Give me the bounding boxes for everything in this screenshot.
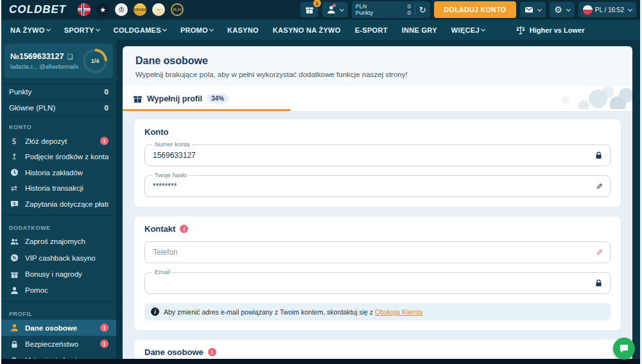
nav-inne-gry[interactable]: INNE GRY (402, 26, 437, 34)
payment-chat-icon: $ (9, 200, 19, 208)
profile-progress-ring: 1/4 (83, 49, 107, 73)
alert-badge: ! (100, 137, 108, 145)
account-menu-button[interactable] (322, 2, 348, 17)
page-subtitle: Wypełnij brakujące pola, aby w pełni wyk… (135, 71, 620, 78)
sidebar-item-podjecie-srodkow[interactable]: ↥ Podjęcie środków z konta (1, 149, 116, 164)
chevron-down-icon (162, 27, 167, 31)
gift-icon (133, 94, 143, 103)
sidebar-item-bezpieczenstwo[interactable]: Bezpieczeństwo ! (1, 336, 116, 352)
page-title: Dane osobowe (135, 55, 620, 67)
email-input[interactable] (145, 273, 594, 293)
locale-time-label: PL / 16:52 (595, 6, 624, 13)
balance-row-glowne: Główne (PLN)0 (1, 100, 116, 116)
percent-icon: % (9, 254, 19, 262)
alert-badge: ! (208, 348, 216, 356)
refresh-balance-icon[interactable]: ↻ (419, 6, 426, 14)
main-panel: Dane osobowe Wypełnij brakujące pola, ab… (123, 46, 632, 359)
sidebar-item-historia-zakladow[interactable]: Historia zakładów (1, 164, 116, 180)
kontakt-card: Kontakt ! ✎ Email i Aby zmienić adres e-… (134, 216, 621, 331)
phone-input[interactable] (145, 242, 596, 263)
balance-widget[interactable]: PLN0 Punkty0 ↻ (352, 1, 430, 18)
people-icon (9, 238, 19, 246)
duck-game-icon[interactable]: ~ (152, 3, 165, 16)
nav-wiecej[interactable]: WIĘCEJ (451, 26, 485, 34)
top-header: COLDBET ★ ♔ CRASH ~ PLAY 1 PLN0 Punkty0 … (1, 0, 640, 19)
dollar-icon: $ (9, 137, 19, 145)
password-input[interactable] (145, 176, 596, 196)
points-value: 0 (408, 10, 411, 16)
chevron-down-icon (96, 27, 100, 31)
account-sidebar: №1569633127❏ ladazia.c... @allwebemails.… (1, 40, 116, 359)
sidebar-item-zapytania-platnosci[interactable]: $ Zapytania dotyczące płatności (1, 196, 116, 212)
window-edge-bottom (0, 359, 642, 364)
gift-icon (9, 270, 19, 278)
play-badge-icon[interactable]: PLAY (171, 3, 184, 16)
settings-button[interactable]: ⚙ (550, 2, 575, 17)
password-field[interactable]: Twoje hasło ✎ (144, 175, 611, 197)
sidebar-item-zloz-depozyt[interactable]: $ Złóż depozyt ! (1, 133, 116, 149)
transfer-icon: ⇄ (9, 184, 19, 192)
active-tab-indicator (123, 109, 291, 111)
support-person-icon (9, 286, 19, 295)
form-area: Konto Numer konta Twoje hasło ✎ Kontakt … (123, 112, 632, 359)
champions-league-icon[interactable]: ★ (96, 3, 109, 16)
nav-kasyno-na-zywo[interactable]: KASYNO NA ŻYWO (273, 26, 341, 34)
chevron-down-icon (340, 6, 344, 11)
premier-league-icon[interactable]: ♔ (115, 3, 128, 16)
konto-title: Konto (144, 127, 611, 137)
gear-icon: ⚙ (554, 4, 562, 15)
profile-percent-badge: 34% (207, 94, 229, 103)
account-summary-card[interactable]: №1569633127❏ ladazia.c... @allwebemails.… (4, 44, 113, 78)
messages-button[interactable] (520, 2, 546, 17)
higher-vs-lower-link[interactable]: Higher vs Lower (516, 26, 585, 35)
notification-dot (333, 4, 336, 7)
konto-card: Konto Numer konta Twoje hasło ✎ (134, 119, 621, 207)
deposit-button[interactable]: DOŁADUJ KONTO (434, 1, 517, 18)
sidebar-item-dane-osobowe[interactable]: Dane osobowe ! (1, 320, 116, 336)
sidebar-item-pomoc[interactable]: Pomoc (1, 282, 116, 299)
chevron-down-icon (537, 6, 542, 11)
person-icon (9, 324, 19, 332)
page-header: Dane osobowe Wypełnij brakujące pola, ab… (123, 46, 632, 86)
roses-decoration (510, 86, 632, 109)
coldbet-logo[interactable]: COLDBET (5, 3, 70, 16)
nav-kasyno[interactable]: KASYNO (227, 26, 259, 34)
sidebar-item-zapros-znajomych[interactable]: Zaproś znajomych (1, 234, 116, 250)
sidebar-item-vip-cashback[interactable]: % VIP cashback kasyno (1, 250, 116, 266)
phone-field[interactable]: ✎ (144, 241, 611, 263)
lock-icon (9, 340, 19, 348)
chevron-down-icon (628, 6, 632, 11)
support-link[interactable]: Obsługa Klienta (375, 308, 422, 316)
alert-badge: ! (180, 225, 188, 233)
nav-na-zywo[interactable]: NA ŻYWO (10, 26, 50, 34)
gifts-button[interactable]: 1 (300, 2, 318, 17)
edit-pencil-icon[interactable]: ✎ (596, 248, 603, 257)
kontakt-title: Kontakt ! (144, 224, 611, 234)
withdraw-icon: ↥ (9, 153, 19, 160)
field-label: Twoje hasło (152, 171, 189, 178)
nav-promo[interactable]: PROMO (180, 26, 213, 34)
nav-sporty[interactable]: SPORTY (64, 26, 100, 34)
language-time-button[interactable]: PL / 16:52 (578, 2, 636, 17)
sidebar-item-ustawienia-konta[interactable]: ⚙ Ustawienia konta (1, 352, 116, 359)
account-number-input[interactable] (145, 145, 594, 166)
balance-row-punkty: Punkty0 (1, 83, 116, 100)
crash-game-icon[interactable]: CRASH (134, 3, 146, 16)
copy-icon[interactable]: ❏ (67, 53, 73, 60)
nav-coldgames[interactable]: COLDGAMES (114, 26, 166, 34)
section-title: DODATKOWE (1, 222, 116, 234)
sidebar-item-bonusy[interactable]: Bonusy i nagrody (1, 266, 116, 282)
sidebar-section-profil: PROFIL Dane osobowe ! Bezpieczeństwo ! ⚙… (1, 303, 116, 359)
nav-e-sport[interactable]: E-SPORT (355, 26, 388, 34)
live-chat-button[interactable] (613, 338, 635, 360)
currency-value: 0 (408, 3, 411, 10)
sidebar-item-historia-transakcji[interactable]: ⇄ Historia transakcji (1, 180, 116, 196)
envelope-icon (525, 5, 534, 14)
lock-icon (594, 151, 603, 160)
email-field[interactable]: Email (144, 272, 611, 294)
account-number-field[interactable]: Numer konta (144, 144, 611, 166)
balances-list: Punkty0 Główne (PLN)0 (1, 83, 116, 116)
edit-pencil-icon[interactable]: ✎ (596, 182, 603, 191)
norway-flag-icon[interactable] (78, 3, 91, 16)
tab-wypelnij-profil[interactable]: Wypełnij profil 34% (133, 86, 229, 111)
